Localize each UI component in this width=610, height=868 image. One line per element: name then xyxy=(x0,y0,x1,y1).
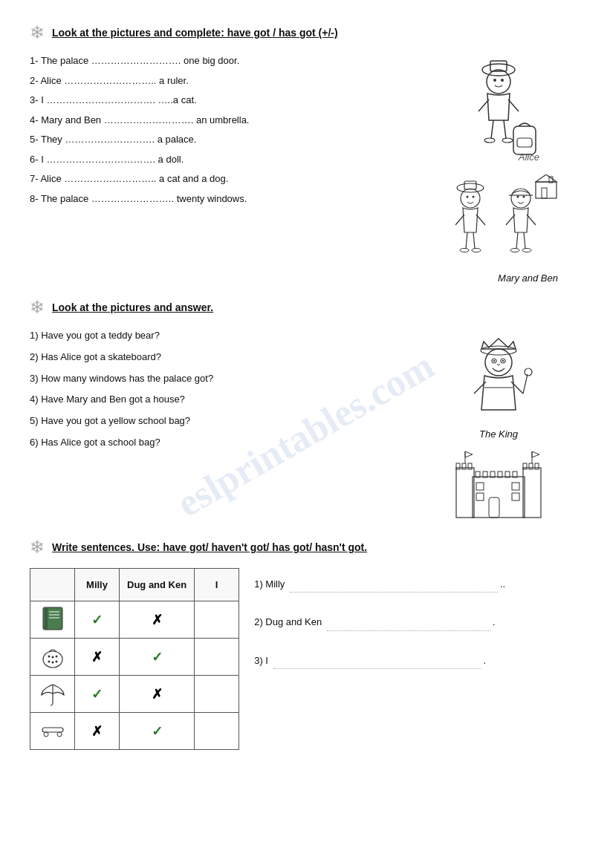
sentence-8: 8- The palace …………………….. twenty windows. xyxy=(30,192,409,206)
section1-header: ❄ Look at the pictures and complete: hav… xyxy=(30,22,580,43)
section3-title-underlined: Write sentences. xyxy=(52,541,134,553)
svg-rect-50 xyxy=(476,483,484,490)
svg-line-19 xyxy=(476,215,485,225)
svg-point-4 xyxy=(501,79,504,82)
svg-marker-34 xyxy=(536,174,557,182)
svg-line-45 xyxy=(511,382,523,394)
svg-line-5 xyxy=(478,99,489,111)
question-1: 1) Have you got a teddy bear? xyxy=(30,328,409,344)
svg-marker-69 xyxy=(465,451,473,457)
section3: ❄ Write sentences. Use: have got/ haven'… xyxy=(30,537,580,750)
svg-point-24 xyxy=(511,189,530,208)
write-sentence-3: 3) I . xyxy=(254,652,580,669)
svg-line-44 xyxy=(474,382,486,394)
row2-dug-ken: ✓ xyxy=(120,639,195,676)
svg-line-46 xyxy=(523,374,528,394)
svg-point-16 xyxy=(467,196,469,198)
svg-point-17 xyxy=(473,196,475,198)
section2-questions: 1) Have you got a teddy bear? 2) Has Ali… xyxy=(30,328,409,523)
svg-line-20 xyxy=(466,232,467,249)
mary-ben-label: Mary and Ben xyxy=(439,273,558,284)
section2-header: ❄ Look at the pictures and answer. xyxy=(30,297,580,318)
svg-rect-57 xyxy=(462,463,466,469)
backpack-svg xyxy=(502,119,547,163)
svg-line-27 xyxy=(506,215,515,225)
row1-img-cell xyxy=(30,601,75,639)
section2: ❄ Look at the pictures and answer. 1) Ha… xyxy=(30,297,580,523)
write-sentence-2: 2) Dug and Ken . xyxy=(254,613,580,630)
svg-point-81 xyxy=(48,661,50,663)
svg-rect-33 xyxy=(536,182,557,198)
svg-point-42 xyxy=(502,360,504,362)
svg-point-37 xyxy=(481,346,516,355)
skateboard-icon xyxy=(39,716,67,744)
row4-dug-ken: ✓ xyxy=(120,713,195,750)
svg-point-82 xyxy=(51,662,53,664)
svg-rect-58 xyxy=(468,463,472,469)
section1-images: Alice xyxy=(417,53,580,284)
svg-rect-49 xyxy=(489,497,499,518)
snowflake-icon-3: ❄ xyxy=(30,537,45,558)
svg-rect-85 xyxy=(42,728,63,732)
question-2: 2) Has Alice got a skateboard? xyxy=(30,350,409,365)
svg-rect-73 xyxy=(45,607,48,630)
svg-line-7 xyxy=(491,120,493,139)
svg-rect-52 xyxy=(476,493,484,500)
row3-i xyxy=(195,676,239,713)
svg-rect-51 xyxy=(512,483,519,490)
row1-dug-ken: ✗ xyxy=(120,601,195,639)
sentence-4: 4- Mary and Ben ………………………. an umbrella. xyxy=(30,113,409,128)
svg-rect-54 xyxy=(456,468,474,518)
svg-point-80 xyxy=(55,656,57,658)
col-header-img xyxy=(30,569,75,601)
mary-ben-figure: Mary and Ben xyxy=(439,174,558,284)
question-5: 5) Have you got a yellow school bag? xyxy=(30,414,409,429)
svg-point-83 xyxy=(55,661,57,663)
row1-milly: ✓ xyxy=(75,601,120,639)
purse-icon xyxy=(39,642,67,670)
row3-dug-ken: ✗ xyxy=(120,676,195,713)
svg-rect-61 xyxy=(535,463,539,469)
row1-i xyxy=(195,601,239,639)
svg-point-9 xyxy=(484,138,495,143)
svg-point-23 xyxy=(472,249,481,252)
sentence3-blank xyxy=(273,668,481,669)
book-icon xyxy=(39,604,67,633)
svg-point-13 xyxy=(457,183,484,192)
king-figure: The King xyxy=(450,328,547,440)
table-row-2: ✗ ✓ xyxy=(30,639,239,676)
row4-milly: ✗ xyxy=(75,713,120,750)
table-row-4: ✗ ✓ xyxy=(30,713,239,750)
umbrella-icon xyxy=(39,679,67,707)
svg-rect-55 xyxy=(523,468,541,518)
question-3: 3) How many windows has the palace got? xyxy=(30,371,409,387)
svg-point-78 xyxy=(48,656,50,658)
sentence-2: 2- Alice ……………………….. a ruler. xyxy=(30,74,409,88)
snowflake-icon-2: ❄ xyxy=(30,297,45,318)
svg-point-3 xyxy=(493,79,496,82)
svg-point-31 xyxy=(510,249,519,252)
svg-point-22 xyxy=(460,249,469,252)
snowflake-icon-1: ❄ xyxy=(30,22,45,43)
row2-milly: ✗ xyxy=(75,639,120,676)
row2-img-cell xyxy=(30,639,75,676)
table-row-1: ✓ ✗ xyxy=(30,601,239,639)
svg-line-30 xyxy=(524,232,525,249)
section3-title-rest: Use: have got/ haven't got/ has got/ has… xyxy=(137,541,367,553)
sentence2-blank xyxy=(327,630,490,631)
table-row-3: ✓ ✗ xyxy=(30,676,239,713)
row3-milly: ✓ xyxy=(75,676,120,713)
svg-rect-60 xyxy=(529,463,533,469)
section2-title: Look at the pictures and answer. xyxy=(52,301,213,313)
svg-rect-35 xyxy=(542,188,547,198)
col-header-i: I xyxy=(195,569,239,601)
section1-title: Look at the pictures and complete: have … xyxy=(52,27,338,39)
write-sentence-1: 1) Milly .. xyxy=(254,575,580,593)
svg-point-79 xyxy=(51,656,53,659)
question-4: 4) Have Mary and Ben got a house? xyxy=(30,392,409,408)
section1-sentences: 1- The palace ………………………. one big door. 2… xyxy=(30,53,409,284)
svg-rect-14 xyxy=(464,181,476,189)
svg-line-6 xyxy=(508,99,519,111)
col-header-dug-ken: Dug and Ken xyxy=(120,569,195,601)
svg-line-29 xyxy=(516,232,518,249)
